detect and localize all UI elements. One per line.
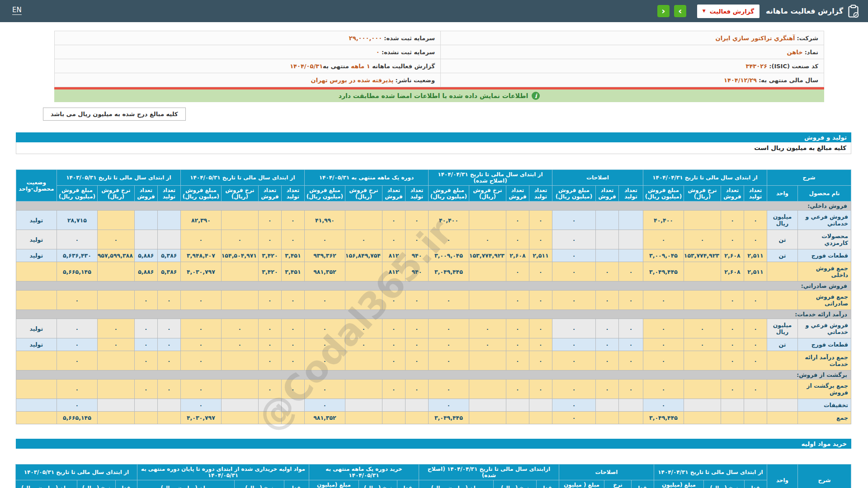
value-cell: ۳,۴۵۱ (281, 249, 304, 262)
production-table-subtitle: کلیه مبالغ به میلیون ریال است (16, 142, 851, 154)
column-header: نام محصول (798, 186, 851, 202)
value-cell: ۰ (552, 319, 595, 338)
value-cell: ۰ (428, 399, 469, 412)
report-content: تولید و فروش کلیه مبالغ به میلیون ریال ا… (16, 132, 851, 488)
value-cell: ۰ (618, 380, 643, 399)
value-cell (469, 291, 506, 310)
value-cell (221, 262, 258, 282)
report-type-dropdown[interactable]: گزارش فعالیت ▼ (697, 5, 760, 18)
value-cell: ۰ (469, 230, 506, 249)
column-group-header: از ابتدای سال مالی تا تاریخ ۱۴۰۴/۰۴/۳۱ (643, 170, 767, 186)
value-cell: ۰ (304, 230, 345, 249)
value-cell: ۵,۶۶۵,۱۴۵ (57, 262, 97, 282)
value-cell: ۰ (595, 319, 618, 338)
value-cell: ۸۱۲ (382, 262, 405, 282)
column-header: مبلغ (میلیون ریال) (15, 480, 77, 488)
value-cell: ۲,۵۱۱ (744, 249, 767, 262)
value-cell: ۰ (595, 351, 618, 371)
value-cell: ۰ (618, 319, 643, 338)
value-cell (684, 399, 721, 412)
column-group-header: وضعیت محصول-واحد (16, 170, 57, 202)
value-cell: ۰ (97, 338, 134, 351)
value-cell: ۰ (134, 351, 157, 371)
value-cell: ۰ (157, 380, 180, 399)
column-header: تعداد تولید (618, 186, 643, 202)
value-cell (595, 399, 618, 412)
column-header: تعداد تولید (529, 186, 552, 202)
value-cell (595, 412, 618, 424)
value-cell: ۹۴۰ (405, 262, 428, 282)
value-cell (97, 291, 134, 310)
report-type-label: گزارش فعالیت (710, 8, 754, 15)
value-cell: ۳,۴۲۰ (258, 262, 281, 282)
product-name-cell: جمع فروش داخلی (798, 262, 851, 282)
value-cell (618, 399, 643, 412)
value-cell: ۰ (552, 249, 595, 262)
column-header: مبلغ (میلیون ریال) (137, 480, 234, 488)
value-cell: ۰ (552, 211, 595, 230)
column-header: نرخ فروش (ریال) (97, 186, 134, 202)
value-cell: ۲۸,۷۱۵ (57, 211, 97, 230)
registered-capital-cell: سرمایه ثبت شده: ۲۹,۰۰۰,۰۰۰ (55, 31, 441, 45)
column-header: تعداد تولید (405, 186, 428, 202)
value-cell: ۸۲,۳۹۰ (180, 211, 221, 230)
raw-materials-table: شرحواحداز ابتدای سال مالی تا تاریخ ۱۴۰۴/… (15, 464, 851, 488)
language-switch-en[interactable]: EN (12, 6, 22, 15)
value-cell: ۰ (428, 338, 469, 351)
value-cell: ۱,۱۵۳,۷۷۴,۹۲۳ (469, 249, 506, 262)
value-cell (157, 412, 180, 424)
value-cell: ۵,۶۶۵,۱۴۵ (57, 412, 97, 424)
company-name-cell: شرکت: آهنگري تراکتور سازي ايران (441, 31, 824, 45)
value-cell (345, 291, 382, 310)
value-cell: ۱,۱۵۴,۵۰۴,۹۷۱ (221, 249, 258, 262)
info-row: نماد: خاهن سرمایه ثبت نشده: ۰ (55, 45, 824, 59)
column-header: نرخ فروش (ریال) (684, 186, 721, 202)
value-cell (469, 262, 506, 282)
value-cell (618, 249, 643, 262)
value-cell (618, 211, 643, 230)
previous-report-button[interactable]: ‹ (657, 5, 670, 17)
value-cell (595, 211, 618, 230)
value-cell (684, 291, 721, 310)
chevron-down-icon: ▼ (703, 9, 706, 13)
value-cell (345, 211, 382, 230)
column-group-header: اصلاحات (552, 170, 643, 186)
value-cell: ۰ (57, 399, 97, 412)
status-cell (16, 399, 57, 412)
value-cell (595, 249, 618, 262)
value-cell: ۲,۵۱۱ (529, 249, 552, 262)
value-cell: ۰ (258, 211, 281, 230)
value-cell: ۰ (529, 319, 552, 338)
value-cell: ۰ (180, 319, 221, 338)
value-cell: ۰ (506, 380, 529, 399)
value-cell: ۰ (643, 399, 684, 412)
column-group-header: شرح (767, 170, 851, 186)
value-cell (506, 399, 529, 412)
next-report-button[interactable]: › (674, 5, 686, 17)
value-cell (684, 211, 721, 230)
value-cell: ۰ (258, 380, 281, 399)
value-cell: ۹۳۹,۳۶۲ (304, 249, 345, 262)
value-cell: ۰ (529, 291, 552, 310)
unit-cell (767, 291, 797, 310)
value-cell: ۰ (180, 380, 221, 399)
value-cell: ۰ (180, 230, 221, 249)
value-cell: ۰ (405, 351, 428, 371)
value-cell: ۹۵۷,۵۹۹,۳۸۸ (97, 249, 134, 262)
product-name-cell: جمع درآمد ارائه خدمات (798, 351, 851, 371)
clipboard-report-icon (848, 5, 859, 18)
value-cell: ۰ (618, 262, 643, 282)
column-header: مبلغ (میلیون ریال) (654, 480, 703, 488)
value-cell: ۰ (134, 380, 157, 399)
value-cell: ۰ (428, 319, 469, 338)
column-header: نرخ (ریال) (359, 480, 397, 488)
section-header-materials: خرید مواد اولیه (16, 439, 851, 449)
value-cell: ۰ (428, 230, 469, 249)
column-header: نرخ (ریال) (704, 480, 745, 488)
value-cell (97, 380, 134, 399)
value-cell: ۳,۰۴۹,۴۴۵ (643, 412, 684, 424)
value-cell: ۰ (529, 338, 552, 351)
column-header: تعداد تولید (744, 186, 767, 202)
value-cell (97, 399, 134, 412)
status-cell: تولید (16, 338, 57, 351)
